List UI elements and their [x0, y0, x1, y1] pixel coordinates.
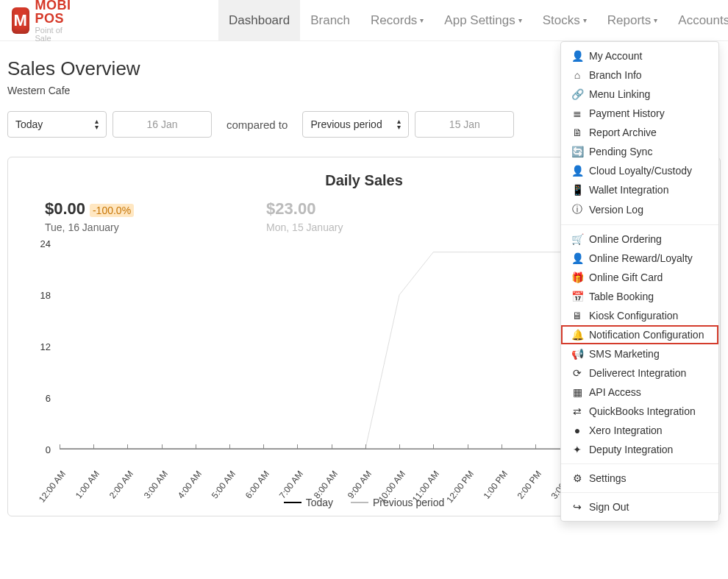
caret-down-icon: [518, 16, 522, 24]
menu-version-log[interactable]: ⓘVersion Log: [561, 199, 718, 220]
person-icon: 👤: [571, 50, 583, 62]
menu-item-label: Deliverect Integration: [589, 367, 686, 379]
caret-down-icon: [583, 16, 587, 24]
gift-icon: 🎁: [571, 271, 583, 283]
menu-item-label: SMS Marketing: [589, 348, 660, 360]
menu-payment-history[interactable]: ≣Payment History: [561, 104, 718, 123]
brand-main: MOBI POS: [35, 0, 80, 25]
dropdown-separator: [561, 224, 718, 225]
menu-item-label: Notification Configuration: [589, 329, 704, 341]
menu-cloud-loyalty-custody[interactable]: 👤Cloud Loyalty/Custody: [561, 161, 718, 180]
menu-item-label: Wallet Integration: [589, 184, 668, 196]
menu-item-label: Branch Info: [589, 69, 642, 81]
cloud-person-icon: 👤: [571, 165, 583, 177]
nav-app-settings[interactable]: App Settings: [434, 0, 532, 40]
nav-branch[interactable]: Branch: [300, 0, 360, 40]
menu-wallet-integration[interactable]: 📱Wallet Integration: [561, 180, 718, 199]
current-amount: $0.00: [45, 199, 85, 218]
menu-xero-integration[interactable]: ●Xero Integration: [561, 421, 718, 440]
menu-item-label: Kiosk Configuration: [589, 310, 678, 322]
updown-icon: [95, 118, 99, 130]
menu-kiosk-configuration[interactable]: 🖥Kiosk Configuration: [561, 306, 718, 325]
dropdown-separator: [561, 463, 718, 464]
x-tick: 8:00 AM: [312, 469, 340, 500]
file-icon: 🗎: [571, 127, 583, 138]
mobile-icon: 📱: [571, 184, 583, 196]
menu-branch-info[interactable]: ⌂Branch Info: [561, 65, 718, 85]
home-icon: ⌂: [571, 69, 583, 81]
menu-api-access[interactable]: ▦API Access: [561, 383, 718, 402]
deputy-icon: ✦: [571, 444, 583, 455]
menu-item-label: Online Reward/Loyalty: [589, 252, 693, 264]
compare-label: Previous period: [310, 118, 382, 130]
menu-item-label: Xero Integration: [589, 425, 663, 436]
x-tick: 4:00 AM: [176, 469, 204, 500]
menu-table-booking[interactable]: 📅Table Booking: [561, 287, 718, 306]
date-range-value[interactable]: 16 Jan: [113, 111, 212, 138]
legend-swatch-today: [284, 502, 301, 503]
menu-item-label: Deputy Integration: [589, 444, 673, 455]
nav-dashboard[interactable]: Dashboard: [218, 0, 300, 40]
legend-swatch-previous: [351, 502, 368, 503]
pct-change-badge: -100.0%: [90, 204, 134, 217]
dropdown-separator: [561, 492, 718, 493]
calendar-icon: 📅: [571, 291, 583, 302]
compare-date-value[interactable]: 15 Jan: [415, 111, 514, 138]
compare-select[interactable]: Previous period: [302, 111, 409, 138]
circle-arrow-icon: ⟳: [571, 367, 583, 379]
legend-today[interactable]: Today: [284, 497, 333, 508]
previous-date: Mon, 15 January: [266, 221, 343, 233]
bell-icon: 🔔: [571, 329, 583, 341]
menu-deputy-integration[interactable]: ✦Deputy Integration: [561, 440, 718, 459]
megaphone-icon: 📢: [571, 348, 583, 360]
menu-item-label: Sign Out: [589, 501, 629, 513]
y-tick: 0: [46, 444, 51, 455]
menu-quickbooks-integration[interactable]: ⇄QuickBooks Integration: [561, 402, 718, 421]
y-tick: 18: [40, 290, 51, 301]
updown-icon: [397, 118, 401, 130]
nav-stocks[interactable]: Stocks: [532, 0, 597, 40]
menu-online-ordering[interactable]: 🛒Online Ordering: [561, 230, 718, 249]
menu-item-label: Pending Sync: [589, 146, 652, 157]
menu-item-label: QuickBooks Integration: [589, 405, 696, 417]
current-summary: $0.00 -100.0% Tue, 16 January: [45, 199, 134, 233]
menu-report-archive[interactable]: 🗎Report Archive: [561, 123, 718, 142]
menu-settings[interactable]: ⚙Settings: [561, 469, 718, 488]
menu-online-gift-card[interactable]: 🎁Online Gift Card: [561, 268, 718, 287]
legend-previous[interactable]: Previous period: [351, 497, 444, 508]
person-icon: 👤: [571, 252, 583, 264]
user-dropdown: 👤My Account⌂Branch Info🔗Menu Linking≣Pay…: [560, 41, 719, 522]
menu-item-label: Online Ordering: [589, 233, 662, 245]
menu-sign-out[interactable]: ↪Sign Out: [561, 497, 718, 516]
menu-menu-linking[interactable]: 🔗Menu Linking: [561, 85, 718, 104]
brand-sub: Point of Sale: [35, 26, 80, 43]
menu-notification-configuration[interactable]: 🔔Notification Configuration: [561, 325, 718, 344]
x-tick: 9:00 AM: [346, 469, 374, 500]
date-range-label: Today: [15, 118, 43, 130]
menu-item-label: Menu Linking: [589, 88, 650, 100]
menu-my-account[interactable]: 👤My Account: [561, 46, 718, 65]
nav-accounts[interactable]: Accounts: [668, 0, 728, 40]
menu-online-reward-loyalty[interactable]: 👤Online Reward/Loyalty: [561, 249, 718, 268]
x-tick: 7:00 AM: [277, 469, 305, 500]
list-icon: ≣: [571, 107, 583, 119]
menu-item-label: Table Booking: [589, 291, 654, 302]
date-range-select[interactable]: Today: [7, 111, 107, 138]
info-icon: ⓘ: [571, 203, 583, 216]
nav-records[interactable]: Records: [360, 0, 434, 40]
xero-icon: ●: [571, 425, 583, 436]
brand[interactable]: M MOBI POS Point of Sale: [6, 0, 86, 43]
menu-deliverect-integration[interactable]: ⟳Deliverect Integration: [561, 363, 718, 383]
nav-reports[interactable]: Reports: [597, 0, 668, 40]
monitor-icon: 🖥: [571, 310, 583, 322]
shuffle-icon: ⇄: [571, 405, 583, 417]
navbar: M MOBI POS Point of Sale DashboardBranch…: [0, 0, 728, 41]
x-tick: 5:00 AM: [210, 469, 238, 500]
menu-pending-sync[interactable]: 🔄Pending Sync: [561, 142, 718, 161]
menu-sms-marketing[interactable]: 📢SMS Marketing: [561, 344, 718, 363]
compared-to-label: compared to: [226, 118, 288, 131]
current-date: Tue, 16 January: [45, 221, 134, 233]
brand-logo-icon: M: [12, 7, 29, 34]
caret-down-icon: [420, 16, 424, 24]
menu-item-label: Settings: [589, 472, 627, 484]
